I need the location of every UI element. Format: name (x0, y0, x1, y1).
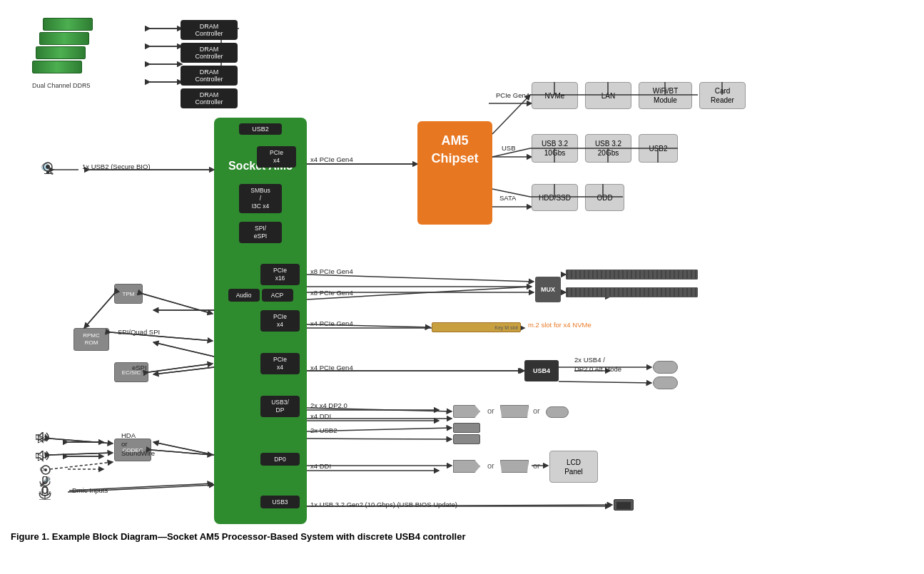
label-dp0-ddi: x4 DDI (310, 462, 331, 470)
page: Dual Channel DDR5 DRAM Controller DRAM C… (0, 0, 924, 549)
usbc-connector-2 (653, 376, 678, 389)
label-hda: HDAorSoundWire (121, 431, 155, 458)
speaker-sym-2 (36, 451, 51, 463)
svg-line-72 (559, 381, 651, 383)
usb4-chip: USB4 (524, 360, 559, 381)
hdmi-connector-1 (500, 405, 529, 418)
am5-chipset-box: AM5Chipset (417, 121, 492, 225)
mux-box: MUX (535, 277, 561, 302)
svg-line-34 (153, 342, 214, 357)
inner-pcie-x4-chipset: PCIex4 (257, 146, 296, 168)
svg-line-35 (153, 367, 214, 374)
inner-pcie-x16: PCIex16 (260, 264, 300, 285)
label-espi: eSPI (132, 364, 147, 371)
svg-line-65 (307, 275, 534, 282)
m2-slot: Key M slot (432, 322, 521, 332)
svg-line-36 (153, 367, 214, 374)
mini-usb-connector (614, 499, 634, 511)
dram-ctrl-4: DRAM Controller (181, 88, 238, 108)
m2-label: m.2 slot for x4 NVMe (528, 321, 592, 329)
label-x8-pcie-2: x8 PCIe Gen4 (310, 289, 353, 297)
nvme-box: NVMe (532, 82, 578, 109)
inner-usb3-dp: USB3/DP (260, 396, 300, 417)
svg-line-76 (307, 439, 452, 439)
dp-connector-1 (453, 405, 480, 418)
svg-point-104 (44, 468, 47, 471)
svg-line-38 (153, 442, 214, 455)
usb2-chipset-box: USB2 (639, 134, 678, 163)
usb32-20-box: USB 3.220Gbs (585, 134, 631, 163)
svg-line-86 (143, 294, 213, 314)
label-dp20: 2x x4 DP2.0 (310, 401, 347, 409)
inner-usb3-bottom: USB3 (260, 496, 300, 508)
svg-rect-48 (44, 173, 51, 174)
usbc-connector-1 (653, 361, 678, 374)
svg-line-89 (84, 294, 114, 328)
svg-line-97 (50, 453, 113, 455)
dram-controllers: DRAM Controller DRAM Controller DRAM Con… (181, 20, 238, 108)
label-usb4-dp: 2x USB4 /DP2.0 Alt Mode (574, 355, 621, 374)
svg-point-46 (46, 165, 50, 169)
svg-line-93 (151, 450, 213, 455)
tpm-chip: TPM (114, 284, 143, 304)
usb-connector-1 (453, 423, 480, 433)
hdd-ssd-box: HDD/SSD (532, 184, 578, 211)
svg-marker-102 (36, 451, 43, 461)
label-usb: USB (502, 144, 516, 152)
inner-usb2-top: USB2 (239, 123, 282, 135)
odd-box: ODD (585, 184, 624, 211)
hdmi-connector-2 (500, 460, 529, 473)
lcd-panel-box: LCDPanel (549, 451, 598, 483)
label-x4-ddi-1: x4 DDI (310, 412, 331, 420)
inner-smbus: SMBus/I3C x4 (239, 184, 282, 213)
or-label-3: or (487, 461, 494, 470)
rpmc-rom-chip: RPMCROM (73, 328, 109, 351)
svg-rect-47 (46, 171, 49, 173)
label-spi-quad: SPI/Quad SPI (118, 328, 160, 336)
svg-line-85 (143, 294, 213, 314)
figure-caption: Figure 1. Example Block Diagram—Socket A… (11, 531, 465, 542)
inner-pcie-x4-nvme: PCIex4 (260, 310, 300, 332)
usbc-connector-3 (546, 406, 569, 418)
label-x4-pcie-usb4: x4 PCIe Gen4 (310, 364, 353, 371)
or-label-4: or (533, 461, 540, 470)
svg-line-99 (50, 462, 113, 469)
or-label-1: or (487, 406, 494, 415)
label-2x-usb2: 2x USB2 (310, 426, 337, 434)
inner-spi-espi: SPI/eSPI (239, 222, 282, 243)
svg-marker-101 (36, 432, 43, 442)
speaker-sym-1 (36, 432, 51, 445)
label-usb2-secure: 1x USB2 (Secure BIO) (82, 163, 151, 170)
label-usb3-bottom: 1x USB 3.2 Gen2 (10 Gbps) (USB BIOS Upda… (310, 501, 457, 508)
svg-line-37 (153, 442, 214, 455)
svg-line-49 (492, 95, 530, 134)
svg-line-96 (50, 439, 113, 444)
dmic-sym (36, 487, 54, 501)
inner-acp: ACP (262, 289, 293, 302)
inner-dp0: DP0 (260, 453, 300, 466)
dram-ctrl-2: DRAM Controller (181, 43, 238, 63)
headphone-sym (39, 465, 52, 476)
dp-connector-2 (453, 460, 480, 473)
label-x4-pcie-nvme: x4 PCIe Gen4 (310, 319, 353, 327)
dram-ctrl-3: DRAM Controller (181, 66, 238, 86)
svg-line-90 (84, 294, 114, 328)
svg-line-92 (148, 364, 213, 372)
pcie-slot-1 (566, 270, 698, 280)
dram-ctrl-1: DRAM Controller (181, 20, 238, 40)
card-reader-box: CardReader (699, 82, 746, 109)
svg-line-95 (50, 439, 113, 444)
inner-audio: Audio (228, 289, 260, 302)
lan-box: LAN (585, 82, 631, 109)
diagram: Dual Channel DDR5 DRAM Controller DRAM C… (11, 7, 910, 542)
pcie-slot-2 (566, 287, 698, 297)
svg-line-98 (50, 453, 113, 455)
svg-line-94 (151, 450, 213, 455)
dram-label: Dual Channel DDR5 (32, 82, 91, 89)
svg-line-91 (148, 364, 213, 372)
webcam-symbol (41, 161, 55, 175)
chipset-label: AM5Chipset (431, 133, 478, 165)
dram-sticks: Dual Channel DDR5 (29, 18, 150, 103)
label-dmic: Dmic Inputs (72, 486, 108, 494)
or-label-2: or (533, 406, 540, 415)
